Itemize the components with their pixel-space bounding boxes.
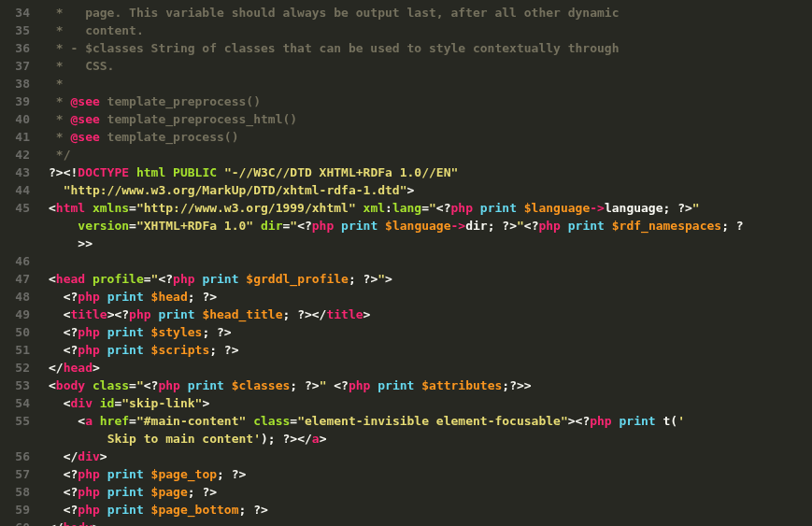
token: title — [326, 307, 363, 321]
code-line[interactable]: </body> — [49, 519, 812, 526]
token: $page — [151, 485, 188, 499]
code-line[interactable]: * @see template_preprocess_html() — [49, 110, 812, 128]
token: <? — [144, 378, 159, 392]
code-line[interactable] — [49, 252, 812, 270]
token: " — [429, 201, 436, 215]
line-number: 57 — [0, 465, 30, 483]
token: body — [56, 378, 85, 392]
token: </ — [49, 449, 78, 463]
code-line[interactable]: <?php print $scripts; ?> — [49, 341, 812, 359]
code-line[interactable]: ?><!DOCTYPE html PUBLIC "-//W3C//DTD XHT… — [49, 163, 812, 181]
code-line[interactable]: * — [49, 75, 812, 92]
code-line[interactable]: <head profile="<?php print $grddl_profil… — [49, 270, 812, 288]
token: <? — [326, 378, 348, 392]
line-number — [0, 217, 30, 235]
line-number: 39 — [0, 92, 30, 110]
code-line[interactable]: <html xmlns="http://www.w3.org/1999/xhtm… — [49, 199, 812, 217]
token: ; ?> — [202, 325, 231, 339]
token: * - $classes String of classes that can … — [49, 41, 619, 55]
line-number-gutter: 3435363738394041424344454647484950515253… — [0, 0, 41, 526]
token: ><? — [568, 414, 590, 428]
token: php — [78, 467, 99, 481]
code-line[interactable]: >> — [49, 235, 812, 252]
code-line[interactable]: </head> — [49, 359, 812, 377]
token: php — [173, 272, 194, 286]
token: <? — [49, 467, 78, 481]
code-line[interactable]: </div> — [49, 448, 812, 465]
token: * CSS. — [49, 59, 114, 73]
code-content[interactable]: * page. This variable should always be o… — [41, 0, 812, 526]
token — [217, 165, 224, 179]
token: profile — [93, 272, 144, 286]
token: = — [144, 272, 151, 286]
code-line[interactable]: <body class="<?php print $classes; ?>" <… — [49, 377, 812, 394]
token: language; ?> — [605, 201, 692, 215]
token — [100, 485, 107, 499]
token: <? — [49, 290, 78, 304]
token — [605, 219, 612, 233]
token: < — [49, 414, 85, 428]
token — [144, 503, 151, 517]
token: print — [620, 414, 656, 428]
token: DOCTYPE — [78, 165, 129, 179]
code-line[interactable]: <div id="skip-link"> — [49, 394, 812, 412]
code-line[interactable]: <?php print $page; ?> — [49, 483, 812, 501]
token: $language — [524, 201, 590, 215]
token: "-//W3C//DTD XHTML+RDFa 1.0//EN" — [224, 165, 458, 179]
code-line[interactable]: * CSS. — [49, 57, 812, 75]
code-line[interactable]: */ — [49, 146, 812, 163]
code-line[interactable]: * page. This variable should always be o… — [49, 4, 812, 21]
code-line[interactable]: <?php print $head; ?> — [49, 288, 812, 306]
code-line[interactable]: * @see template_preprocess() — [49, 92, 812, 110]
token: html — [56, 201, 85, 215]
code-line[interactable]: * - $classes String of classes that can … — [49, 39, 812, 57]
token: = — [129, 219, 136, 233]
line-number: 40 — [0, 110, 30, 128]
code-line[interactable]: <a href="#main-content" class="element-i… — [49, 412, 812, 430]
code-line[interactable]: * @see template_process() — [49, 128, 812, 146]
line-number: 41 — [0, 128, 30, 146]
token — [180, 378, 188, 392]
token: < — [49, 272, 56, 286]
code-line[interactable]: * content. — [49, 21, 812, 39]
code-line[interactable]: <?php print $styles; ?> — [49, 323, 812, 341]
token: " — [517, 219, 524, 233]
code-line[interactable]: <title><?php print $head_title; ?></titl… — [49, 306, 812, 323]
token: head — [64, 361, 93, 375]
token: ; ? — [721, 219, 743, 233]
token: ;?>> — [502, 378, 531, 392]
token: "#main-content" — [136, 414, 246, 428]
token: $classes — [232, 378, 291, 392]
line-number: 49 — [0, 306, 30, 323]
token: $page_bottom — [151, 503, 239, 517]
line-number: 52 — [0, 359, 30, 377]
line-number: 56 — [0, 448, 30, 465]
token: ; ?> — [290, 378, 319, 392]
token: print — [107, 467, 144, 481]
line-number: 51 — [0, 341, 30, 359]
token: ' — [677, 414, 685, 428]
token — [561, 219, 568, 233]
code-line[interactable]: "http://www.w3.org/MarkUp/DTD/xhtml-rdfa… — [49, 181, 812, 199]
token: "skip-link" — [121, 396, 202, 410]
token: php — [590, 414, 611, 428]
token: " — [290, 219, 297, 233]
code-line[interactable]: Skip to main content'); ?></a> — [49, 430, 812, 448]
token: $styles — [151, 325, 203, 339]
code-line[interactable]: version="XHTML+RDFa 1.0" dir="<?php prin… — [49, 217, 812, 235]
token: -> — [451, 219, 466, 233]
code-line[interactable]: <?php print $page_bottom; ?> — [49, 501, 812, 519]
token: </ — [49, 520, 64, 526]
token — [356, 201, 363, 215]
token: php — [78, 343, 99, 357]
token — [93, 414, 100, 428]
line-number: 60 — [0, 519, 30, 526]
token: @see — [70, 112, 99, 126]
code-line[interactable]: <?php print $page_top; ?> — [49, 465, 812, 483]
code-editor[interactable]: 3435363738394041424344454647484950515253… — [0, 0, 812, 526]
token: "http://www.w3.org/MarkUp/DTD/xhtml-rdfa… — [64, 183, 407, 197]
token — [100, 503, 107, 517]
token: $head_title — [202, 307, 282, 321]
token: ; ?> — [188, 290, 217, 304]
token: php — [78, 503, 99, 517]
